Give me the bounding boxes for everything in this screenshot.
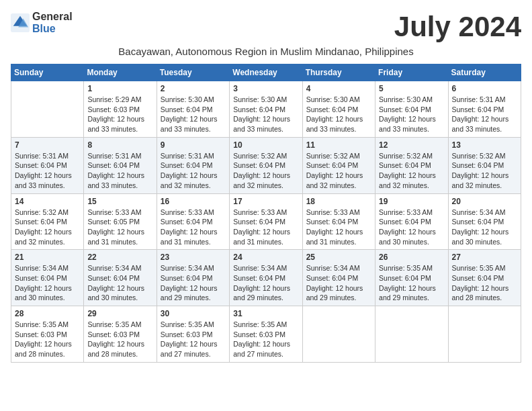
table-row: 23Sunrise: 5:34 AMSunset: 6:04 PMDayligh… [157,250,229,306]
calendar-subtitle: Bacayawan, Autonomous Region in Muslim M… [11,46,521,57]
day-number: 3 [233,84,298,93]
day-content: Sunrise: 5:35 AMSunset: 6:03 PMDaylight:… [15,320,80,359]
day-content: Sunrise: 5:32 AMSunset: 6:04 PMDaylight:… [233,151,298,191]
table-row: 21Sunrise: 5:34 AMSunset: 6:04 PMDayligh… [11,250,84,306]
day-number: 26 [379,253,444,262]
col-wednesday: Wednesday [230,64,302,81]
day-number: 6 [452,84,517,93]
day-number: 30 [161,309,226,318]
calendar-week-row: 7Sunrise: 5:31 AMSunset: 6:04 PMDaylight… [11,137,521,193]
day-number: 13 [452,140,517,150]
col-tuesday: Tuesday [157,64,229,81]
table-row: 28Sunrise: 5:35 AMSunset: 6:03 PMDayligh… [11,306,84,363]
month-title: July 2024 [394,11,521,43]
table-row: 16Sunrise: 5:33 AMSunset: 6:04 PMDayligh… [157,193,229,250]
table-row: 8Sunrise: 5:31 AMSunset: 6:04 PMDaylight… [84,137,157,193]
day-content: Sunrise: 5:32 AMSunset: 6:04 PMDaylight:… [306,151,371,191]
calendar-week-row: 21Sunrise: 5:34 AMSunset: 6:04 PMDayligh… [11,250,521,306]
day-content: Sunrise: 5:35 AMSunset: 6:04 PMDaylight:… [379,263,444,303]
day-content: Sunrise: 5:32 AMSunset: 6:04 PMDaylight:… [15,208,80,247]
calendar-header-row: Sunday Monday Tuesday Wednesday Thursday… [11,64,521,81]
table-row: 15Sunrise: 5:33 AMSunset: 6:05 PMDayligh… [84,193,157,250]
day-number: 2 [161,84,226,93]
day-content: Sunrise: 5:34 AMSunset: 6:04 PMDaylight:… [87,263,152,303]
day-content: Sunrise: 5:35 AMSunset: 6:03 PMDaylight:… [161,320,226,359]
table-row [11,81,84,138]
day-content: Sunrise: 5:32 AMSunset: 6:04 PMDaylight:… [379,151,444,191]
day-number: 18 [306,197,371,206]
table-row: 7Sunrise: 5:31 AMSunset: 6:04 PMDaylight… [11,137,84,193]
day-content: Sunrise: 5:34 AMSunset: 6:04 PMDaylight:… [161,263,226,303]
table-row: 2Sunrise: 5:30 AMSunset: 6:04 PMDaylight… [157,81,229,138]
table-row: 18Sunrise: 5:33 AMSunset: 6:04 PMDayligh… [302,193,375,250]
day-content: Sunrise: 5:33 AMSunset: 6:04 PMDaylight:… [233,208,298,247]
day-number: 29 [87,309,152,318]
table-row: 22Sunrise: 5:34 AMSunset: 6:04 PMDayligh… [84,250,157,306]
day-number: 1 [87,84,152,93]
table-row [302,306,375,363]
day-number: 24 [233,253,298,262]
table-row: 4Sunrise: 5:30 AMSunset: 6:04 PMDaylight… [302,81,375,138]
day-content: Sunrise: 5:29 AMSunset: 6:03 PMDaylight:… [87,95,152,134]
day-number: 23 [161,253,226,262]
day-content: Sunrise: 5:30 AMSunset: 6:04 PMDaylight:… [379,95,444,134]
day-content: Sunrise: 5:30 AMSunset: 6:04 PMDaylight:… [306,95,371,134]
col-sunday: Sunday [11,64,84,81]
day-content: Sunrise: 5:32 AMSunset: 6:04 PMDaylight:… [452,151,517,191]
table-row: 19Sunrise: 5:33 AMSunset: 6:04 PMDayligh… [375,193,448,250]
day-number: 19 [379,197,444,206]
calendar-table: Sunday Monday Tuesday Wednesday Thursday… [11,64,521,363]
table-row: 6Sunrise: 5:31 AMSunset: 6:04 PMDaylight… [448,81,521,138]
calendar-week-row: 14Sunrise: 5:32 AMSunset: 6:04 PMDayligh… [11,193,521,250]
day-number: 11 [306,140,371,150]
day-number: 16 [161,197,226,206]
table-row: 14Sunrise: 5:32 AMSunset: 6:04 PMDayligh… [11,193,84,250]
day-content: Sunrise: 5:31 AMSunset: 6:04 PMDaylight:… [161,151,226,191]
day-content: Sunrise: 5:34 AMSunset: 6:04 PMDaylight:… [452,208,517,247]
calendar-week-row: 1Sunrise: 5:29 AMSunset: 6:03 PMDaylight… [11,81,521,138]
day-number: 12 [379,140,444,150]
col-thursday: Thursday [302,64,375,81]
col-friday: Friday [375,64,448,81]
day-content: Sunrise: 5:31 AMSunset: 6:04 PMDaylight:… [15,151,80,191]
day-number: 14 [15,197,80,206]
day-number: 8 [87,140,152,150]
logo-blue: Blue [32,23,56,34]
logo-icon [11,13,30,32]
table-row: 25Sunrise: 5:34 AMSunset: 6:04 PMDayligh… [302,250,375,306]
table-row: 3Sunrise: 5:30 AMSunset: 6:04 PMDaylight… [230,81,302,138]
day-content: Sunrise: 5:30 AMSunset: 6:04 PMDaylight:… [233,95,298,134]
table-row: 24Sunrise: 5:34 AMSunset: 6:04 PMDayligh… [230,250,302,306]
day-content: Sunrise: 5:35 AMSunset: 6:03 PMDaylight:… [233,320,298,359]
col-saturday: Saturday [448,64,521,81]
day-number: 7 [15,140,80,150]
table-row: 26Sunrise: 5:35 AMSunset: 6:04 PMDayligh… [375,250,448,306]
day-content: Sunrise: 5:30 AMSunset: 6:04 PMDaylight:… [161,95,226,134]
table-row [375,306,448,363]
table-row: 1Sunrise: 5:29 AMSunset: 6:03 PMDaylight… [84,81,157,138]
calendar-week-row: 28Sunrise: 5:35 AMSunset: 6:03 PMDayligh… [11,306,521,363]
table-row: 13Sunrise: 5:32 AMSunset: 6:04 PMDayligh… [448,137,521,193]
table-row: 31Sunrise: 5:35 AMSunset: 6:03 PMDayligh… [230,306,302,363]
day-number: 22 [87,253,152,262]
day-content: Sunrise: 5:35 AMSunset: 6:04 PMDaylight:… [452,263,517,303]
logo: General Blue [11,11,73,35]
table-row: 17Sunrise: 5:33 AMSunset: 6:04 PMDayligh… [230,193,302,250]
day-content: Sunrise: 5:34 AMSunset: 6:04 PMDaylight:… [306,263,371,303]
table-row: 10Sunrise: 5:32 AMSunset: 6:04 PMDayligh… [230,137,302,193]
logo-general: General [32,11,73,22]
table-row: 27Sunrise: 5:35 AMSunset: 6:04 PMDayligh… [448,250,521,306]
day-number: 25 [306,253,371,262]
day-content: Sunrise: 5:33 AMSunset: 6:04 PMDaylight:… [379,208,444,247]
day-number: 17 [233,197,298,206]
day-content: Sunrise: 5:35 AMSunset: 6:03 PMDaylight:… [87,320,152,359]
day-number: 10 [233,140,298,150]
day-content: Sunrise: 5:34 AMSunset: 6:04 PMDaylight:… [233,263,298,303]
table-row: 30Sunrise: 5:35 AMSunset: 6:03 PMDayligh… [157,306,229,363]
table-row: 9Sunrise: 5:31 AMSunset: 6:04 PMDaylight… [157,137,229,193]
day-number: 31 [233,309,298,318]
day-number: 9 [161,140,226,150]
table-row: 5Sunrise: 5:30 AMSunset: 6:04 PMDaylight… [375,81,448,138]
day-number: 28 [15,309,80,318]
day-content: Sunrise: 5:33 AMSunset: 6:04 PMDaylight:… [161,208,226,247]
